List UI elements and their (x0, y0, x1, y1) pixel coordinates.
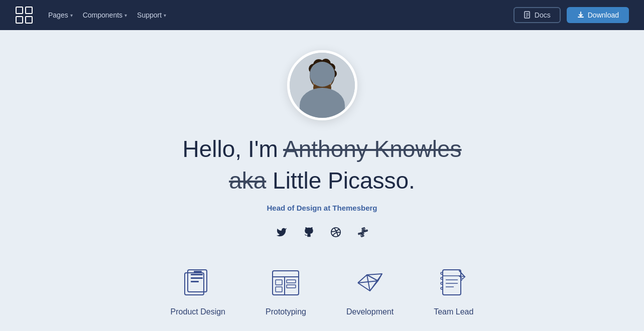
download-icon (577, 11, 585, 19)
prototyping-icon (268, 265, 303, 300)
svg-point-19 (323, 79, 326, 84)
logo[interactable] (15, 6, 33, 24)
dribbble-icon[interactable] (328, 224, 344, 240)
svg-point-13 (326, 63, 335, 72)
svg-point-8 (290, 53, 355, 118)
skill-team-lead[interactable]: Team Lead (434, 265, 473, 316)
twitter-icon[interactable] (274, 224, 290, 240)
svg-point-46 (441, 287, 443, 289)
social-icons (274, 224, 371, 240)
docs-button[interactable]: Docs (513, 7, 561, 23)
svg-line-34 (367, 275, 370, 291)
chevron-down-icon: ▾ (164, 13, 166, 18)
skill-label: Prototyping (266, 307, 306, 316)
svg-rect-33 (276, 287, 282, 292)
skills-row: Product Design Prototyping (141, 265, 504, 316)
svg-rect-0 (16, 7, 23, 14)
svg-rect-30 (276, 280, 282, 285)
svg-point-44 (441, 277, 443, 279)
avatar-image (290, 53, 355, 118)
nav-pages[interactable]: Pages ▾ (48, 11, 73, 19)
hero-title: Hello, I'm Anthony Knowles (183, 135, 462, 163)
name-strikethrough: Anthony Knowles (283, 136, 461, 162)
svg-rect-37 (443, 270, 461, 295)
nav-right: Docs Download (513, 7, 629, 23)
tagline: Head of Design at Themesberg (267, 204, 377, 212)
team-lead-icon (436, 265, 471, 300)
skill-prototyping[interactable]: Prototyping (266, 265, 306, 316)
navbar: Pages ▾ Components ▾ Support ▾ (0, 0, 644, 30)
svg-rect-32 (287, 285, 296, 288)
svg-rect-3 (26, 17, 32, 23)
svg-point-10 (309, 64, 319, 74)
svg-rect-24 (191, 277, 203, 279)
main-content: Hello, I'm Anthony Knowles aka Little Pi… (0, 30, 644, 316)
svg-line-36 (370, 274, 382, 291)
svg-point-12 (321, 59, 331, 69)
svg-rect-23 (191, 274, 203, 275)
download-button[interactable]: Download (567, 7, 629, 23)
svg-point-9 (310, 61, 335, 89)
svg-point-18 (305, 94, 340, 116)
docs-icon (524, 11, 532, 19)
svg-rect-1 (26, 7, 32, 14)
svg-rect-25 (191, 281, 199, 282)
skill-label: Product Design (171, 307, 225, 316)
svg-rect-31 (287, 280, 296, 283)
nav-support[interactable]: Support ▾ (137, 11, 166, 19)
slack-icon[interactable] (355, 224, 371, 240)
svg-rect-17 (318, 89, 326, 95)
aka-strikethrough: aka (229, 168, 266, 194)
svg-point-16 (313, 81, 331, 95)
svg-rect-2 (16, 17, 23, 23)
product-design-icon (180, 265, 215, 300)
nav-left: Pages ▾ Components ▾ Support ▾ (15, 6, 166, 24)
svg-point-45 (441, 282, 443, 284)
svg-point-43 (441, 272, 443, 274)
skill-product-design[interactable]: Product Design (171, 265, 225, 316)
svg-rect-26 (194, 271, 202, 272)
chevron-down-icon: ▾ (124, 13, 127, 18)
skill-label: Team Lead (434, 307, 473, 316)
avatar (287, 50, 357, 120)
skill-development[interactable]: Development (346, 265, 394, 316)
chevron-down-icon: ▾ (70, 13, 73, 18)
development-icon (352, 265, 388, 300)
brand-link[interactable]: Themesberg (332, 204, 377, 212)
nav-components[interactable]: Components ▾ (83, 11, 127, 19)
hero-subtitle: aka Little Picasso. (229, 167, 415, 195)
github-icon[interactable] (301, 224, 317, 240)
svg-point-14 (329, 70, 337, 78)
nav-links: Pages ▾ Components ▾ Support ▾ (48, 11, 166, 19)
skill-label: Development (346, 307, 394, 316)
